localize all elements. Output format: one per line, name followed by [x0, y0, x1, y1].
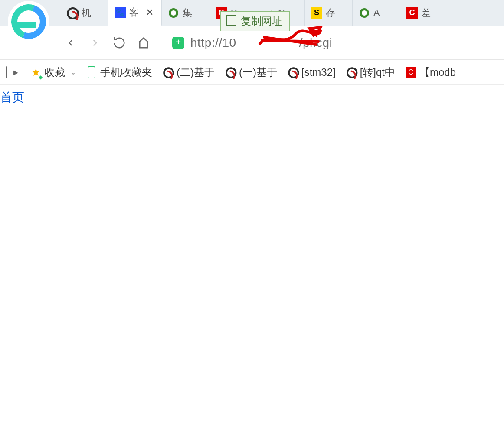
paw-icon: 🐾: [115, 7, 126, 18]
tab-title: 集: [183, 6, 192, 19]
mobile-favorites[interactable]: 手机收藏夹: [86, 65, 152, 79]
browser-logo-icon[interactable]: [8, 1, 49, 42]
bookmark-item[interactable]: (一)基于: [225, 65, 277, 79]
reload-button[interactable]: [109, 33, 129, 53]
favorites-menu[interactable]: ★ 收藏 ⌄: [31, 65, 76, 79]
bookmark-label: (一)基于: [239, 65, 277, 79]
tab-title: A: [373, 7, 380, 19]
tab[interactable]: 机: [61, 0, 108, 26]
forward-button[interactable]: [85, 33, 105, 53]
bookmark-label: [stm32]: [301, 66, 336, 78]
blog-icon: [346, 67, 357, 78]
close-icon[interactable]: ✕: [142, 7, 154, 18]
tab-title: 客: [129, 6, 139, 19]
tab[interactable]: 集: [162, 0, 209, 26]
blog-icon: [67, 7, 78, 19]
bookmarks-expand-icon[interactable]: ▏▸: [6, 67, 21, 78]
tab-active[interactable]: 🐾 客 ✕: [108, 0, 162, 26]
bookmark-item[interactable]: [转]qt中: [346, 65, 395, 79]
tab[interactable]: C 差: [400, 0, 448, 26]
tab-strip: 机 🐾 客 ✕ 集 C C ◁ N S 存 A: [0, 0, 504, 26]
back-button[interactable]: [61, 33, 81, 53]
shield-icon: [172, 37, 184, 49]
csdn-icon: C: [406, 67, 416, 78]
bookmark-item[interactable]: [stm32]: [288, 66, 336, 78]
home-button[interactable]: [134, 33, 154, 53]
page-content: 首页: [0, 85, 504, 106]
csdn-icon: C: [406, 7, 418, 19]
star-icon: ★: [31, 66, 41, 78]
url-text: http://10xxxxxxxxxx/pl.cgi: [190, 36, 332, 50]
chevron-down-icon: ⌄: [70, 68, 76, 76]
bookmark-label: 【modb: [419, 65, 456, 79]
bookmark-item[interactable]: C 【modb: [406, 65, 456, 79]
bookmark-label: (二)基于: [177, 65, 215, 79]
bookmark-label: [转]qt中: [360, 65, 395, 79]
mobile-favorites-label: 手机收藏夹: [100, 65, 152, 79]
ring-icon: [359, 7, 370, 19]
browser-logo-wrap: [0, 0, 61, 26]
tab-title: 存: [326, 6, 335, 19]
tooltip-label: 复制网址: [241, 14, 282, 28]
bookmarks-bar: ▏▸ ★ 收藏 ⌄ 手机收藏夹 (二)基于 (一)基于 [stm32] [转]q…: [0, 60, 504, 85]
url-prefix: http://10: [190, 36, 236, 49]
tab-title: 机: [82, 6, 91, 19]
tab-title: 差: [421, 6, 431, 19]
toolbar-divider: [165, 33, 165, 52]
tab[interactable]: S 存: [305, 0, 353, 26]
copy-url-tooltip: 复制网址: [220, 11, 290, 31]
blog-icon: [288, 67, 298, 78]
tab[interactable]: A: [353, 0, 400, 26]
ring-icon: [168, 7, 179, 19]
copy-icon: [228, 17, 236, 26]
blog-icon: [225, 67, 236, 78]
blog-icon: [163, 67, 173, 78]
url-suffix: /pl.cgi: [299, 36, 333, 49]
phone-icon: [86, 67, 97, 78]
favorites-label: 收藏: [44, 65, 65, 79]
bookmark-item[interactable]: (二)基于: [163, 65, 215, 79]
home-link[interactable]: 首页: [0, 91, 24, 104]
sogou-icon: S: [311, 7, 322, 19]
address-bar[interactable]: http://10xxxxxxxxxx/pl.cgi: [172, 36, 499, 50]
